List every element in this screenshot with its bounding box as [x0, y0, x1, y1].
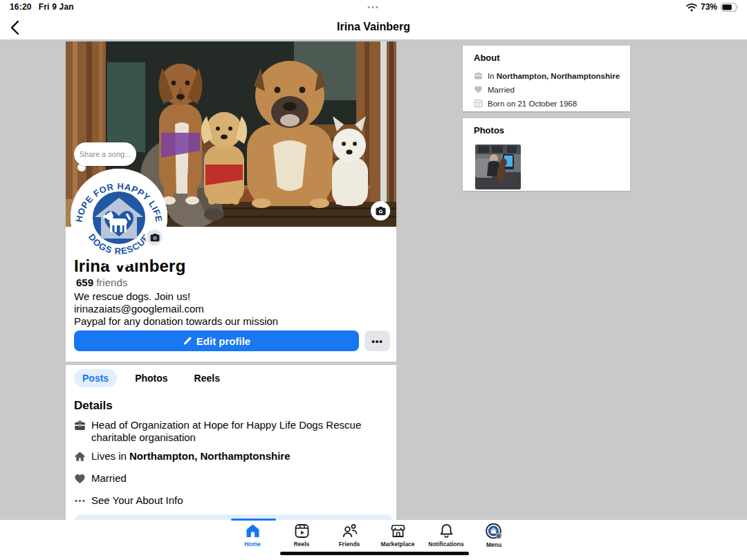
nav-reels[interactable]: Reels — [277, 523, 326, 548]
nav-friends-label: Friends — [339, 541, 360, 548]
friends-icon — [341, 523, 358, 539]
tab-reels[interactable]: Reels — [186, 369, 228, 387]
dog-bulldog — [247, 61, 333, 208]
detail-relationship-text: Married — [91, 472, 387, 485]
about-relationship-row: Married — [474, 85, 515, 94]
about-location-prefix: In — [488, 72, 497, 80]
detail-work-row: Head of Organization at Hope for Happy L… — [74, 419, 387, 444]
about-card: About In Northampton, Northamptonshire M… — [463, 46, 630, 111]
nav-marketplace[interactable]: Marketplace — [374, 523, 422, 548]
camera-icon — [376, 207, 386, 216]
dog-spaniel — [201, 112, 247, 205]
top-system-header: 16:20Fri 9 Jan ••• 73% Irina Vainberg — [0, 0, 747, 39]
battery-percent: 73% — [701, 2, 717, 12]
nav-home[interactable]: Home — [228, 523, 277, 548]
active-tab-indicator — [231, 519, 276, 521]
share-song-button[interactable]: Share a song... — [74, 142, 136, 166]
nav-notifications-label: Notifications — [428, 541, 463, 548]
nav-reels-label: Reels — [294, 541, 310, 548]
page-title: Irina Vainberg — [0, 21, 747, 33]
more-dots: ••• — [371, 336, 383, 346]
lives-location: Northampton, Northamptonshire — [129, 450, 290, 462]
see-about-text: See Your About Info — [91, 494, 387, 507]
about-birthday-row: Born on 21 October 1968 — [474, 99, 577, 108]
photos-card: Photos — [463, 118, 630, 191]
about-card-title: About — [474, 53, 500, 63]
bio-line-2: irinazaiats@googlemail.com — [74, 303, 385, 315]
about-relationship: Married — [488, 86, 515, 94]
menu-avatar-icon — [485, 523, 503, 540]
tab-photos[interactable]: Photos — [127, 369, 176, 387]
nav-home-label: Home — [244, 541, 261, 548]
nav-marketplace-label: Marketplace — [380, 541, 414, 548]
about-location-row: In Northampton, Northamptonshire — [474, 71, 620, 80]
ellipsis-icon — [74, 495, 86, 507]
edit-profile-label: Edit profile — [196, 335, 250, 347]
ios-home-indicator[interactable] — [280, 552, 469, 555]
profile-picture[interactable]: HOPE FOR HAPPY LIFE DOGS RESCUE — [71, 169, 167, 265]
camera-icon — [150, 234, 160, 242]
share-song-label: Share a song... — [80, 150, 131, 158]
bio-line-3: Paypal for any donation towards our miss… — [74, 315, 385, 328]
friends-count[interactable]: 659 friends — [76, 277, 127, 288]
calendar-icon — [474, 99, 483, 108]
detail-work-text: Head of Organization at Hope for Happy L… — [91, 419, 387, 444]
nav-menu[interactable]: Menu — [470, 523, 518, 548]
edit-profile-button[interactable]: Edit profile — [74, 330, 359, 351]
profile-more-button[interactable]: ••• — [365, 330, 390, 351]
detail-lives-row: Lives in Northampton, Northamptonshire — [74, 450, 387, 463]
detail-relationship-row: Married — [74, 472, 387, 485]
photos-card-title: Photos — [474, 125, 504, 136]
battery-icon — [721, 3, 739, 12]
details-heading: Details — [74, 399, 113, 413]
heart-icon — [74, 473, 86, 485]
edit-profile-picture-button[interactable] — [145, 228, 164, 247]
briefcase-icon — [74, 420, 86, 431]
edit-cover-photo-button[interactable] — [371, 201, 390, 221]
bio-line-1: We rescue dogs. Join us! — [74, 290, 385, 303]
reels-icon — [293, 523, 311, 539]
heart-icon — [474, 85, 483, 94]
friends-number: 659 — [76, 277, 93, 288]
detail-see-about-row[interactable]: See Your About Info — [74, 494, 387, 507]
bell-icon — [438, 523, 455, 539]
pencil-icon — [183, 337, 192, 346]
about-birthday: Born on 21 October 1968 — [488, 100, 577, 108]
nav-notifications[interactable]: Notifications — [422, 523, 470, 548]
house-icon — [74, 451, 86, 463]
marketplace-icon — [389, 523, 407, 539]
nav-menu-label: Menu — [486, 541, 501, 548]
briefcase-icon — [474, 71, 483, 80]
back-chevron-icon[interactable] — [7, 19, 25, 37]
multitask-dots-icon: ••• — [0, 3, 747, 11]
photo-thumbnail[interactable] — [475, 144, 521, 189]
lives-prefix: Lives in — [91, 450, 129, 462]
tab-posts[interactable]: Posts — [74, 369, 117, 387]
about-location: Northampton, Northamptonshire — [497, 72, 620, 80]
home-icon — [244, 523, 261, 539]
wifi-icon — [686, 3, 697, 12]
nav-friends[interactable]: Friends — [325, 523, 374, 548]
profile-tabs: Posts Photos Reels — [74, 369, 228, 387]
profile-bio: We rescue dogs. Join us! irinazaiats@goo… — [74, 290, 385, 328]
friends-label: friends — [93, 277, 127, 288]
